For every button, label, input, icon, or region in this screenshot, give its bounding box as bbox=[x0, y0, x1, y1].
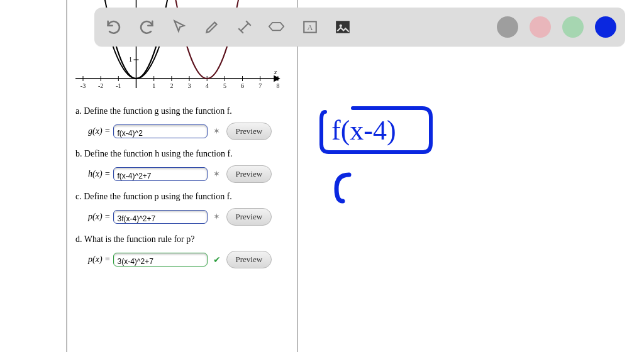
color-mint[interactable] bbox=[562, 16, 584, 38]
svg-text:1: 1 bbox=[129, 56, 132, 63]
question-prompt: c. Define the function p using the funct… bbox=[75, 192, 294, 202]
x-icon: ✶ bbox=[211, 212, 223, 222]
x-icon: ✶ bbox=[211, 169, 223, 179]
question-prompt: d. What is the function rule for p? bbox=[75, 234, 294, 245]
svg-text:-3: -3 bbox=[80, 82, 86, 89]
svg-marker-1 bbox=[274, 76, 279, 81]
handwriting-main: f(x-4) bbox=[331, 115, 396, 146]
svg-text:-2: -2 bbox=[98, 82, 103, 89]
svg-text:7: 7 bbox=[258, 82, 262, 89]
drawing-toolbar: A bbox=[94, 8, 625, 47]
svg-text:3: 3 bbox=[188, 82, 191, 89]
answer-input[interactable]: 3(x-4)^2+7 bbox=[113, 253, 208, 267]
undo-icon[interactable] bbox=[103, 16, 125, 38]
question-prompt: a. Define the function g using the funct… bbox=[75, 106, 294, 116]
redo-icon[interactable] bbox=[136, 16, 157, 38]
tools-icon[interactable] bbox=[234, 16, 255, 38]
question-prompt: b. Define the function h using the funct… bbox=[75, 149, 294, 159]
check-icon: ✔ bbox=[211, 255, 223, 265]
svg-text:1: 1 bbox=[152, 82, 155, 89]
pointer-icon[interactable] bbox=[169, 16, 190, 38]
preview-button[interactable]: Preview bbox=[226, 251, 272, 268]
image-icon[interactable] bbox=[332, 16, 353, 38]
svg-text:8: 8 bbox=[276, 82, 279, 89]
color-gray[interactable] bbox=[497, 16, 518, 38]
svg-point-32 bbox=[340, 25, 342, 27]
answer-input[interactable]: f(x-4)^2 bbox=[113, 124, 208, 138]
answer-input[interactable]: 3f(x-4)^2+7 bbox=[113, 210, 208, 224]
svg-text:4: 4 bbox=[206, 82, 209, 89]
svg-text:-1: -1 bbox=[116, 82, 121, 89]
pencil-icon[interactable] bbox=[201, 16, 223, 38]
eraser-icon[interactable] bbox=[267, 16, 288, 38]
handwriting-overlay: f(x-4) bbox=[318, 101, 456, 210]
svg-text:6: 6 bbox=[241, 82, 244, 89]
color-pink[interactable] bbox=[530, 16, 551, 38]
equation-lhs: g(x) = bbox=[88, 126, 111, 136]
preview-button[interactable]: Preview bbox=[226, 123, 272, 140]
svg-text:2: 2 bbox=[170, 82, 173, 89]
answer-input[interactable]: f(x-4)^2+7 bbox=[113, 167, 208, 181]
color-blue[interactable] bbox=[595, 16, 616, 38]
textbox-icon[interactable]: A bbox=[299, 16, 321, 38]
svg-text:x: x bbox=[274, 69, 277, 75]
equation-lhs: p(x) = bbox=[88, 255, 111, 265]
preview-button[interactable]: Preview bbox=[226, 165, 272, 183]
preview-button[interactable]: Preview bbox=[226, 208, 272, 226]
problem-panel: -3-2-1 123 456 78 x 1 a. Define the fu bbox=[66, 0, 298, 352]
equation-lhs: p(x) = bbox=[88, 212, 111, 222]
svg-text:5: 5 bbox=[223, 82, 226, 89]
x-icon: ✶ bbox=[211, 126, 223, 136]
svg-text:A: A bbox=[307, 23, 313, 32]
equation-lhs: h(x) = bbox=[88, 169, 111, 179]
